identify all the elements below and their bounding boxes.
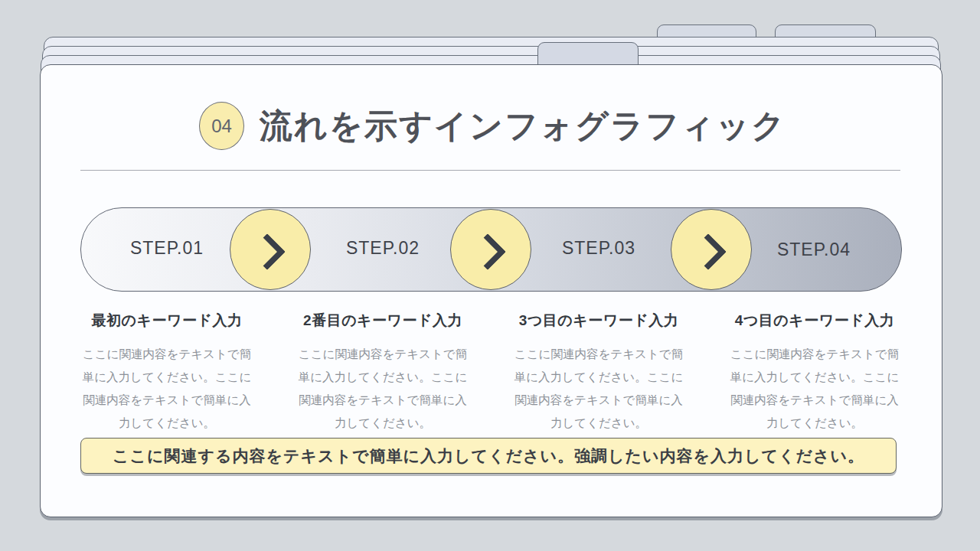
step-body-3: ここに関連内容をテキストで簡単に入力してください。ここに関連内容をテキストで簡単… xyxy=(502,343,695,435)
highlight-banner-text: ここに関連する内容をテキストで簡単に入力してください。強調したい内容を入力してく… xyxy=(113,445,864,467)
step-body-1: ここに関連内容をテキストで簡単に入力してください。ここに関連内容をテキストで簡単… xyxy=(70,343,263,435)
arrow-circle-3 xyxy=(671,209,752,290)
step-label-3: STEP.03 xyxy=(522,238,675,259)
step-column-4: 4つ目のキーワード入力 ここに関連内容をテキストで簡単に入力してください。ここに… xyxy=(718,311,911,435)
arrow-circle-2 xyxy=(450,209,531,290)
step-body-4: ここに関連内容をテキストで簡単に入力してください。ここに関連内容をテキストで簡単… xyxy=(718,343,911,435)
step-column-1: 最初のキーワード入力 ここに関連内容をテキストで簡単に入力してください。ここに関… xyxy=(70,311,263,435)
slide-content: 04 流れを示すインフォグラフィック STEP.01 STEP.02 STEP.… xyxy=(0,0,980,551)
title-divider xyxy=(80,170,900,171)
page-title: 流れを示すインフォグラフィック xyxy=(260,104,786,148)
step-body-2: ここに関連内容をテキストで簡単に入力してください。ここに関連内容をテキストで簡単… xyxy=(286,343,479,435)
step-label-2: STEP.02 xyxy=(306,238,459,259)
chevron-right-icon xyxy=(690,233,727,270)
step-heading-2: 2番目のキーワード入力 xyxy=(286,311,479,331)
chevron-right-icon xyxy=(249,233,286,270)
step-heading-1: 最初のキーワード入力 xyxy=(70,311,263,331)
highlight-banner: ここに関連する内容をテキストで簡単に入力してください。強調したい内容を入力してく… xyxy=(80,438,897,474)
step-heading-4: 4つ目のキーワード入力 xyxy=(718,311,911,331)
section-number-badge: 04 xyxy=(199,102,244,150)
step-label-4: STEP.04 xyxy=(737,240,890,260)
chevron-right-icon xyxy=(469,233,506,270)
arrow-circle-1 xyxy=(230,209,311,290)
slide-background: 04 流れを示すインフォグラフィック STEP.01 STEP.02 STEP.… xyxy=(0,0,980,551)
section-number: 04 xyxy=(211,116,232,137)
step-column-2: 2番目のキーワード入力 ここに関連内容をテキストで簡単に入力してください。ここに… xyxy=(286,311,479,435)
step-label-1: STEP.01 xyxy=(90,238,243,259)
step-column-3: 3つ目のキーワード入力 ここに関連内容をテキストで簡単に入力してください。ここに… xyxy=(502,311,695,435)
step-heading-3: 3つ目のキーワード入力 xyxy=(502,311,695,331)
